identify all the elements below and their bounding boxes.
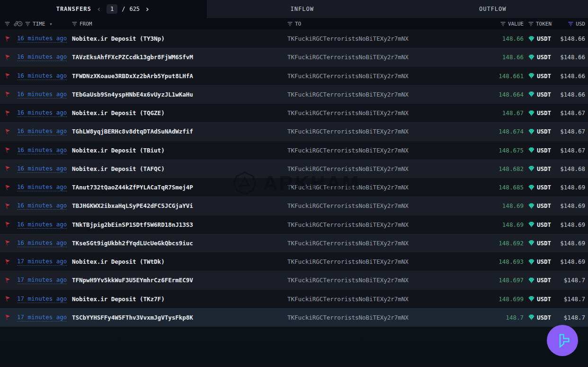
to-address-link[interactable]: TKFuckiRGCTerroristsNoBiTEXy2r7mNX [287,258,409,265]
tab-outflow[interactable]: OUTFLOW [398,0,588,18]
time-link[interactable]: 16 minutes ago [17,221,67,229]
from-address-link[interactable]: TKseSGt9igUkbh2fYqdLUcUeGkQbcs9iuc [72,240,193,247]
from-address-link[interactable]: TBJHGKWX2ibxaHqLSyPE42dFC5JCGjaYVi [72,202,193,209]
from-address-link[interactable]: TFNpwH9Yv5kkWuF3U5EYmhrCz6FErmEC9V [72,277,193,284]
column-header-from[interactable]: FROM [80,21,92,27]
column-header-usd[interactable]: USD [576,21,585,27]
time-link[interactable]: 16 minutes ago [17,53,67,61]
to-address-link[interactable]: TKFuckiRGCTerroristsNoBiTEXy2r7mNX [287,314,409,321]
flag-icon[interactable] [5,314,11,321]
time-link[interactable]: 17 minutes ago [17,295,67,303]
to-address-link[interactable]: TKFuckiRGCTerroristsNoBiTEXy2r7mNX [287,54,409,61]
token-label[interactable]: USDT [537,277,551,284]
to-address-link[interactable]: TKFuckiRGCTerroristsNoBiTEXy2r7mNX [287,295,409,303]
prev-page-button[interactable]: ‹ [96,5,102,13]
token-label[interactable]: USDT [537,240,551,247]
flag-icon[interactable] [5,259,11,265]
flag-icon[interactable] [5,147,11,153]
to-address-link[interactable]: TKFuckiRGCTerroristsNoBiTEXy2r7mNX [287,72,409,80]
token-label[interactable]: USDT [537,202,551,209]
time-link[interactable]: 16 minutes ago [17,127,67,135]
from-address-link[interactable]: TFWDNzXKoaue3RBDxXz2bArb5Yput8LHfA [72,72,193,80]
token-label[interactable]: USDT [537,147,551,154]
to-address-link[interactable]: TKFuckiRGCTerroristsNoBiTEXy2r7mNX [287,128,409,135]
flag-icon[interactable] [5,165,11,172]
time-link[interactable]: 16 minutes ago [17,146,67,154]
to-address-link[interactable]: TKFuckiRGCTerroristsNoBiTEXy2r7mNX [287,147,409,154]
to-address-link[interactable]: TKFuckiRGCTerroristsNoBiTEXy2r7mNX [287,35,409,42]
chevron-down-icon[interactable]: ▾ [50,21,53,27]
flag-icon[interactable] [5,184,11,191]
flag-icon[interactable] [5,128,11,135]
time-link[interactable]: 16 minutes ago [17,183,67,191]
token-label[interactable]: USDT [537,72,551,80]
time-link[interactable]: 16 minutes ago [17,239,67,247]
from-address-link[interactable]: TAVzEksAhfFXcPZCcdk13gbr8FjWM6SfvM [72,54,193,61]
token-label[interactable]: USDT [537,184,551,191]
token-label[interactable]: USDT [537,165,551,172]
tab-inflow[interactable]: INFLOW [207,0,398,18]
flag-icon[interactable] [5,54,11,61]
time-link[interactable]: 17 minutes ago [17,313,67,322]
from-address-link[interactable]: Nobitex.ir Deposit (TKz7F) [72,295,165,303]
next-page-button[interactable]: › [144,5,151,13]
to-filter-icon[interactable] [287,22,293,26]
token-label[interactable]: USDT [537,221,551,228]
time-link[interactable]: 16 minutes ago [17,35,67,43]
token-label[interactable]: USDT [537,54,551,61]
token-label[interactable]: USDT [537,258,551,265]
flag-icon[interactable] [5,240,11,246]
token-label[interactable]: USDT [537,295,551,303]
from-address-link[interactable]: Nobitex.ir Deposit (TAFQC) [72,165,165,172]
flag-icon[interactable] [5,221,11,228]
column-header-time[interactable]: TIME [33,21,45,27]
column-header-to[interactable]: TO [295,21,301,27]
to-address-link[interactable]: TKFuckiRGCTerroristsNoBiTEXy2r7mNX [287,240,409,247]
to-address-link[interactable]: TKFuckiRGCTerroristsNoBiTEXy2r7mNX [287,277,409,284]
time-link[interactable]: 16 minutes ago [17,90,67,98]
to-address-link[interactable]: TKFuckiRGCTerroristsNoBiTEXy2r7mNX [287,91,409,98]
from-address-link[interactable]: Nobitex.ir Deposit (TBiut) [72,147,165,154]
to-address-link[interactable]: TKFuckiRGCTerroristsNoBiTEXy2r7mNX [287,202,409,209]
flag-icon[interactable] [5,203,11,209]
chat-widget-button[interactable] [547,325,578,356]
token-filter-icon[interactable] [528,22,534,26]
column-header-value[interactable]: VALUE [508,21,524,27]
token-label[interactable]: USDT [537,128,551,135]
from-address-link[interactable]: TGhLW8yqjBERHc8v8dtqDTAdSuNAdWzfif [72,128,193,135]
flag-icon[interactable] [5,91,11,98]
from-address-link[interactable]: Nobitex.ir Deposit (TQGZE) [72,109,165,116]
column-header-token[interactable]: TOKEN [536,21,552,27]
from-address-link[interactable]: TSCbYYHSFFy4W5FThv3VvxmJgVTysFkp8K [72,314,193,321]
from-filter-icon[interactable] [72,22,77,26]
flag-icon[interactable] [5,110,11,116]
from-address-link[interactable]: TEbGaUsb9Sn4yspHNbE4x6vUyzJL1wKaHu [72,91,193,98]
flag-icon[interactable] [5,36,11,42]
token-label[interactable]: USDT [537,35,551,42]
from-address-link[interactable]: TAnut732tQaoZ44kZfPYLACaTqR7Smej4P [72,184,193,191]
usd-filter-active-icon[interactable] [568,22,573,26]
filter-icon[interactable] [5,22,10,26]
flag-icon[interactable] [5,295,11,302]
from-address-link[interactable]: Nobitex.ir Deposit (TY3Np) [72,35,165,42]
flag-icon[interactable] [5,277,11,284]
from-address-link[interactable]: TNkTBjpig2bEinSP1SDtf5W6RD18nJ13S3 [72,221,193,228]
to-address-link[interactable]: TKFuckiRGCTerroristsNoBiTEXy2r7mNX [287,221,409,228]
to-address-link[interactable]: TKFuckiRGCTerroristsNoBiTEXy2r7mNX [287,184,409,191]
token-label[interactable]: USDT [537,91,551,98]
time-link[interactable]: 16 minutes ago [17,165,67,173]
value-filter-icon[interactable] [500,22,506,26]
tab-transfers[interactable]: TRANSFERS ‹ 1 / 625 › [0,0,207,18]
to-address-link[interactable]: TKFuckiRGCTerroristsNoBiTEXy2r7mNX [287,109,409,116]
time-link[interactable]: 16 minutes ago [17,202,67,210]
time-link[interactable]: 16 minutes ago [17,72,67,80]
token-label[interactable]: USDT [537,314,551,321]
token-label[interactable]: USDT [537,109,551,116]
time-link[interactable]: 17 minutes ago [17,276,67,284]
time-link[interactable]: 16 minutes ago [17,109,67,117]
flag-icon[interactable] [5,72,11,79]
time-link[interactable]: 17 minutes ago [17,258,67,266]
from-address-link[interactable]: Nobitex.ir Deposit (TWtDk) [72,258,165,265]
time-filter-icon[interactable] [25,22,30,26]
page-number-input[interactable]: 1 [107,4,117,14]
